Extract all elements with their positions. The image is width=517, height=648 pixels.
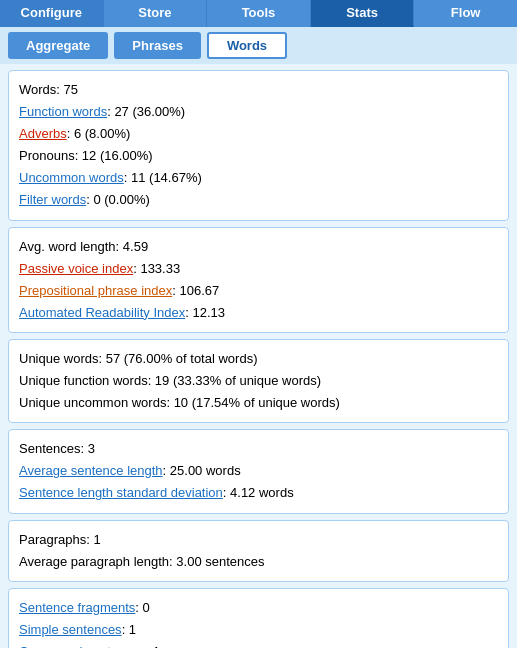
- link-compound-sentences[interactable]: Compound sentences: [19, 644, 145, 648]
- top-nav-tab-tools[interactable]: Tools: [207, 0, 311, 27]
- top-nav-tab-flow[interactable]: Flow: [414, 0, 517, 27]
- card-3-line-2: Sentence length standard deviation: 4.12…: [19, 482, 498, 504]
- link-sentence-length-standard-deviation[interactable]: Sentence length standard deviation: [19, 485, 223, 500]
- link-filter-words[interactable]: Filter words: [19, 192, 86, 207]
- card-0-line-0: Words: 75: [19, 79, 498, 101]
- top-nav-tab-store[interactable]: Store: [104, 0, 208, 27]
- sub-nav-tab-aggregate[interactable]: Aggregate: [8, 32, 108, 59]
- card-2-line-0: Unique words: 57 (76.00% of total words): [19, 348, 498, 370]
- link-sentence-fragments[interactable]: Sentence fragments: [19, 600, 135, 615]
- stat-card-4: Paragraphs: 1Average paragraph length: 3…: [8, 520, 509, 582]
- link-passive-voice-index[interactable]: Passive voice index: [19, 261, 133, 276]
- top-nav: ConfigureStoreToolsStatsFlow: [0, 0, 517, 27]
- card-2-line-2: Unique uncommon words: 10 (17.54% of uni…: [19, 392, 498, 414]
- link-simple-sentences[interactable]: Simple sentences: [19, 622, 122, 637]
- card-3-line-0: Sentences: 3: [19, 438, 498, 460]
- top-nav-tab-stats[interactable]: Stats: [311, 0, 415, 27]
- card-0-line-2: Adverbs: 6 (8.00%): [19, 123, 498, 145]
- link-automated-readability-index[interactable]: Automated Readability Index: [19, 305, 185, 320]
- card-0-line-3: Pronouns: 12 (16.00%): [19, 145, 498, 167]
- card-5-line-2: Compound sentences: 1: [19, 641, 498, 648]
- sub-nav-tab-phrases[interactable]: Phrases: [114, 32, 201, 59]
- card-5-line-1: Simple sentences: 1: [19, 619, 498, 641]
- stat-card-2: Unique words: 57 (76.00% of total words)…: [8, 339, 509, 423]
- card-0-line-1: Function words: 27 (36.00%): [19, 101, 498, 123]
- card-1-line-0: Avg. word length: 4.59: [19, 236, 498, 258]
- link-adverbs[interactable]: Adverbs: [19, 126, 67, 141]
- card-5-line-0: Sentence fragments: 0: [19, 597, 498, 619]
- sub-nav: AggregatePhrasesWords: [0, 27, 517, 64]
- stat-card-0: Words: 75Function words: 27 (36.00%)Adve…: [8, 70, 509, 221]
- link-uncommon-words[interactable]: Uncommon words: [19, 170, 124, 185]
- card-2-line-1: Unique function words: 19 (33.33% of uni…: [19, 370, 498, 392]
- link-function-words[interactable]: Function words: [19, 104, 107, 119]
- content-area: Words: 75Function words: 27 (36.00%)Adve…: [0, 64, 517, 648]
- card-4-line-1: Average paragraph length: 3.00 sentences: [19, 551, 498, 573]
- card-4-line-0: Paragraphs: 1: [19, 529, 498, 551]
- link-prepositional-phrase-index[interactable]: Prepositional phrase index: [19, 283, 172, 298]
- stat-card-5: Sentence fragments: 0Simple sentences: 1…: [8, 588, 509, 648]
- card-3-line-1: Average sentence length: 25.00 words: [19, 460, 498, 482]
- link-average-sentence-length[interactable]: Average sentence length: [19, 463, 163, 478]
- stat-card-3: Sentences: 3Average sentence length: 25.…: [8, 429, 509, 513]
- card-1-line-1: Passive voice index: 133.33: [19, 258, 498, 280]
- card-0-line-5: Filter words: 0 (0.00%): [19, 189, 498, 211]
- stat-card-1: Avg. word length: 4.59Passive voice inde…: [8, 227, 509, 333]
- card-1-line-3: Automated Readability Index: 12.13: [19, 302, 498, 324]
- card-1-line-2: Prepositional phrase index: 106.67: [19, 280, 498, 302]
- top-nav-tab-configure[interactable]: Configure: [0, 0, 104, 27]
- sub-nav-tab-words[interactable]: Words: [207, 32, 287, 59]
- card-0-line-4: Uncommon words: 11 (14.67%): [19, 167, 498, 189]
